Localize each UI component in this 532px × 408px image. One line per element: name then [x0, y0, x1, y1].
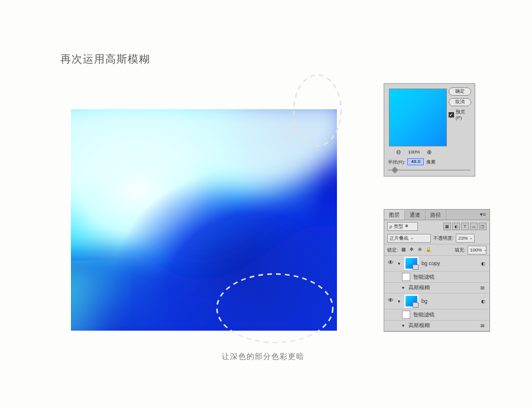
fill-select[interactable]: 100%⌄: [468, 246, 486, 254]
layers-panel: 图层 通道 路径 ▾≡ ρ 类型≑ ▦ ◐ T ▭ ◫ 正片叠底⌄ 不透明度: …: [384, 209, 490, 332]
layer-name: bg: [421, 298, 427, 304]
tab-paths[interactable]: 路径: [426, 210, 446, 220]
filter-shape-icon[interactable]: ▭: [470, 223, 478, 230]
chevron-down-icon[interactable]: ▾: [402, 285, 404, 291]
smart-filters-row[interactable]: 智能滤镜: [384, 272, 489, 283]
svg-point-5: [217, 274, 333, 342]
tab-channels[interactable]: 通道: [405, 210, 426, 220]
svg-point-4: [294, 75, 341, 146]
slider-thumb[interactable]: [391, 167, 398, 173]
opacity-select[interactable]: 23%⌄: [456, 234, 475, 243]
filter-adjust-icon[interactable]: ◐: [452, 223, 460, 230]
filter-name: 高斯模糊: [408, 322, 430, 329]
filter-mask-thumbnail: [402, 273, 410, 281]
annotation-ellipse-top: [290, 71, 346, 151]
filter-kind-select[interactable]: ρ 类型≑: [387, 222, 418, 231]
preview-label: 预览(P): [456, 109, 471, 120]
layer-thumbnail: [404, 295, 419, 308]
chevron-down-icon[interactable]: ▾: [398, 261, 400, 266]
radius-slider[interactable]: [388, 168, 471, 172]
lock-position-icon[interactable]: ✥: [408, 247, 415, 253]
filter-badge-icon[interactable]: ◐: [481, 261, 487, 266]
cancel-button[interactable]: 取消: [449, 98, 471, 106]
radius-label: 半径(R):: [388, 159, 405, 165]
layer-name: bg copy: [421, 260, 440, 266]
filter-row[interactable]: ▾ 高斯模糊 ≅: [384, 321, 489, 331]
filter-mask-thumbnail: [402, 311, 410, 319]
smart-filters-row[interactable]: 智能滤镜: [384, 309, 489, 321]
chevron-down-icon[interactable]: ▾: [402, 323, 404, 328]
filter-type-icon[interactable]: T: [461, 223, 469, 230]
filter-row[interactable]: ▾ 高斯模糊 ≅: [384, 283, 489, 293]
zoom-in-icon[interactable]: ⊕: [427, 149, 432, 155]
layer-thumbnail: [404, 257, 419, 270]
checkbox-icon: ✔: [449, 112, 454, 117]
smart-filters-label: 智能滤镜: [413, 311, 434, 319]
visibility-eye-icon[interactable]: 👁: [387, 297, 395, 305]
filter-name: 高斯模糊: [408, 284, 430, 292]
fill-label: 填充:: [455, 247, 465, 253]
ok-button[interactable]: 确定: [449, 87, 471, 96]
lock-all-icon[interactable]: 🔒: [425, 247, 432, 253]
preview-checkbox-row[interactable]: ✔ 预览(P): [449, 109, 471, 120]
chevron-down-icon[interactable]: ▾: [398, 299, 400, 304]
panel-tabs: 图层 通道 路径 ▾≡: [384, 210, 489, 220]
blend-mode-select[interactable]: 正片叠底⌄: [387, 234, 431, 243]
page-title: 再次运用高斯模糊: [60, 52, 150, 66]
annotation-ellipse-bottom: [213, 267, 337, 350]
slider-track: [388, 169, 471, 171]
blur-preview: [389, 89, 447, 146]
tab-layers[interactable]: 图层: [384, 210, 405, 220]
caption-text: 让深色的部分色彩更暗: [222, 351, 304, 362]
panel-menu-icon[interactable]: ▾≡: [476, 210, 489, 220]
filter-badge-icon[interactable]: ◐: [481, 299, 487, 304]
filter-smart-icon[interactable]: ◫: [479, 223, 486, 230]
layer-list: 👁 ▾ bg copy ◐ 智能滤镜 ▾ 高斯模糊 ≅ 👁 ▾ bg ◐ 智能滤…: [384, 256, 489, 331]
opacity-label: 不透明度:: [433, 235, 453, 241]
zoom-level: 100%: [408, 149, 420, 155]
zoom-out-icon[interactable]: ⊖: [396, 149, 401, 155]
layer-item[interactable]: 👁 ▾ bg ◐: [384, 293, 489, 309]
filter-options-icon[interactable]: ≅: [480, 322, 487, 329]
lock-label: 锁定:: [387, 247, 398, 253]
filter-options-icon[interactable]: ≅: [480, 285, 487, 291]
lock-pixels-icon[interactable]: ▦: [400, 247, 407, 253]
smart-filters-label: 智能滤镜: [413, 273, 434, 281]
radius-unit: 像素: [426, 159, 436, 165]
visibility-eye-icon[interactable]: 👁: [387, 259, 395, 267]
gaussian-blur-dialog: 确定 取消 ✔ 预览(P) ⊖ 100% ⊕ 半径(R): 48.0 像素: [384, 83, 475, 177]
radius-input[interactable]: 48.0: [407, 158, 424, 165]
layer-item[interactable]: 👁 ▾ bg copy ◐: [384, 256, 489, 272]
lock-artboard-icon[interactable]: ⊕: [417, 247, 423, 253]
svg-rect-3: [71, 269, 124, 331]
filter-pixel-icon[interactable]: ▦: [443, 223, 451, 230]
